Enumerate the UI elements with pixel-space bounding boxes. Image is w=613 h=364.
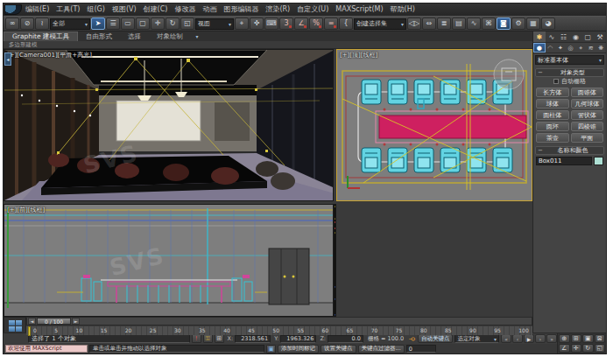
menu-customize[interactable]: 自定义(U): [293, 4, 332, 16]
angle-snap-icon[interactable]: ∠: [294, 18, 308, 30]
zoom-extents-all-icon[interactable]: ⊠: [595, 334, 606, 343]
category-lights-icon[interactable]: ✦: [555, 43, 566, 52]
select-and-rotate-icon[interactable]: ↻: [166, 18, 180, 30]
command-tab-hierarchy[interactable]: ☷: [558, 32, 570, 42]
graphite-ribbon-toggle-icon[interactable]: ▤: [452, 18, 466, 30]
select-and-move-icon[interactable]: ✛: [151, 18, 165, 30]
snap-toggle-3d-icon[interactable]: 3: [279, 18, 293, 30]
object-name-input[interactable]: Box011: [536, 157, 592, 165]
select-and-scale-icon[interactable]: ◱: [180, 18, 194, 30]
button-pyramid[interactable]: 四棱锥: [571, 122, 604, 131]
track-bar[interactable]: 0510152025303540455055606570758085909510…: [26, 326, 532, 335]
menu-views[interactable]: 视图(V): [109, 4, 140, 16]
play-icon[interactable]: ▶: [524, 334, 534, 343]
command-tab-display[interactable]: ▢: [581, 32, 594, 42]
menu-help[interactable]: 帮助(H): [387, 4, 419, 16]
auto-key-button[interactable]: 自动关键点: [418, 334, 454, 343]
viewport-label-camera-shaded[interactable]: [+][Camera001][平滑+高光]: [7, 51, 92, 60]
viewport-label-front[interactable]: [+][前][线框]: [7, 206, 45, 214]
category-helpers-icon[interactable]: ⌖: [575, 43, 586, 52]
zoom-extents-icon[interactable]: ▣: [582, 334, 594, 343]
select-and-manipulate-icon[interactable]: ✜: [250, 18, 264, 30]
button-tube[interactable]: 管状体: [571, 110, 604, 120]
zoom-all-icon[interactable]: ⊞: [571, 334, 582, 343]
select-by-name-icon[interactable]: ☰: [106, 18, 120, 30]
button-box[interactable]: 长方体: [536, 88, 569, 97]
primitive-category-dropdown[interactable]: 标准基本体 ▾: [535, 55, 604, 65]
key-filters-button[interactable]: 关键点过滤器...: [358, 345, 405, 354]
menu-rendering[interactable]: 渲染(R): [262, 4, 293, 16]
edit-named-selection-sets-icon[interactable]: {: [339, 18, 353, 30]
unlink-selection-icon[interactable]: ⊘: [20, 18, 34, 30]
viewport-top-wireframe[interactable]: [+][顶][线框]: [336, 49, 532, 201]
key-filter-scope-dropdown[interactable]: 选定对象 ▾: [454, 334, 499, 343]
go-to-end-icon[interactable]: »: [546, 334, 557, 343]
layer-manager-icon[interactable]: ≣: [437, 18, 451, 30]
keyboard-override-icon[interactable]: ⌨: [264, 18, 278, 30]
menu-animation[interactable]: 动画: [199, 4, 220, 16]
select-and-link-icon[interactable]: ∞: [5, 18, 19, 30]
pan-icon[interactable]: ✛: [571, 344, 582, 353]
field-of-view-icon[interactable]: ∠: [559, 344, 570, 353]
category-geometry-icon[interactable]: ●: [533, 43, 546, 52]
maximize-viewport-toggle-icon[interactable]: ◱: [595, 344, 606, 353]
material-editor-icon[interactable]: ◙: [497, 18, 511, 30]
rendered-frame-icon[interactable]: ▦: [526, 18, 540, 30]
maxscript-mini-listener[interactable]: 欢迎使用 MAXScript: [5, 345, 88, 353]
button-cone[interactable]: 圆锥体: [571, 88, 604, 97]
align-icon[interactable]: ⇔: [422, 18, 436, 30]
select-object-icon[interactable]: ➤: [91, 18, 105, 30]
ribbon-minimize-button[interactable]: ▾: [191, 32, 203, 41]
object-color-swatch[interactable]: [594, 157, 603, 165]
viewport-label-top[interactable]: [+][顶][线框]: [340, 51, 377, 60]
ribbon-tab-freeform[interactable]: 自由形式: [78, 32, 120, 41]
next-frame-icon[interactable]: ›: [535, 334, 546, 343]
name-color-rollout-header[interactable]: − 名称和颜色: [535, 146, 604, 155]
command-tab-create[interactable]: ✱: [533, 32, 546, 42]
bind-to-space-warp-icon[interactable]: ≀: [35, 18, 49, 30]
autogrid-checkbox[interactable]: [553, 79, 559, 84]
button-geosphere[interactable]: 几何球体: [571, 99, 604, 108]
menu-maxscript[interactable]: MAXScript(M): [332, 4, 386, 16]
selection-lock-icon[interactable]: ⚿: [203, 334, 213, 343]
category-systems-icon[interactable]: ❋: [595, 43, 606, 52]
y-coordinate-field[interactable]: 1963.326: [280, 335, 316, 343]
mirror-icon[interactable]: ◁▷: [407, 18, 421, 30]
orbit-icon[interactable]: ↻: [582, 344, 594, 353]
menu-edit[interactable]: 编辑(E): [22, 4, 53, 16]
selection-filter-dropdown[interactable]: 全部▾: [50, 18, 90, 30]
absolute-mode-icon[interactable]: ⊞: [215, 334, 224, 343]
button-sphere[interactable]: 球体: [536, 99, 569, 108]
render-setup-icon[interactable]: ⚙: [511, 18, 525, 30]
use-pivot-point-icon[interactable]: ⌖: [235, 18, 249, 30]
next-frame-arrow-icon[interactable]: ►: [72, 318, 80, 325]
viewport-camera-shaded[interactable]: ◂ [+][Camera001][平滑+高光] SVS: [4, 49, 334, 201]
curve-editor-icon[interactable]: ∿: [467, 18, 481, 30]
ribbon-tab-graphite[interactable]: Graphite 建模工具: [4, 32, 78, 41]
window-crossing-icon[interactable]: ▢: [136, 18, 150, 30]
set-key-button[interactable]: 设置关键点: [321, 345, 356, 354]
button-torus[interactable]: 圆环: [536, 122, 569, 131]
go-to-start-icon[interactable]: «: [501, 334, 511, 343]
object-type-rollout-header[interactable]: − 对象类型: [535, 68, 604, 77]
spinner-snap-icon[interactable]: ≡: [324, 18, 338, 30]
button-cylinder[interactable]: 圆柱体: [536, 110, 569, 120]
current-frame-field[interactable]: 0: [406, 345, 436, 353]
menu-tools[interactable]: 工具(T): [53, 4, 83, 16]
menu-group[interactable]: 组(G): [83, 4, 108, 16]
ribbon-tab-selection[interactable]: 选择: [120, 32, 149, 41]
time-slider-handle[interactable]: 0 / 100: [37, 318, 71, 325]
named-selection-set-field[interactable]: 创建选择集▾: [354, 18, 406, 30]
category-cameras-icon[interactable]: ◎: [566, 43, 576, 52]
schematic-view-icon[interactable]: ⌘: [482, 18, 496, 30]
button-plane[interactable]: 平面: [571, 133, 604, 143]
menu-graph-editors[interactable]: 图形编辑器: [220, 4, 262, 16]
menu-modifiers[interactable]: 修改器: [171, 4, 199, 16]
x-coordinate-field[interactable]: 2318.561: [235, 335, 271, 343]
application-button[interactable]: [4, 4, 22, 15]
viewport-layout-tab[interactable]: ◂: [4, 52, 11, 66]
previous-frame-arrow-icon[interactable]: ◄: [28, 318, 36, 325]
rectangular-selection-icon[interactable]: ▭: [121, 18, 135, 30]
reference-coordinate-dropdown[interactable]: 视图▾: [195, 18, 234, 30]
viewport-camera-wireframe[interactable]: [+][Camera001][线框] SVS: [334, 204, 336, 317]
